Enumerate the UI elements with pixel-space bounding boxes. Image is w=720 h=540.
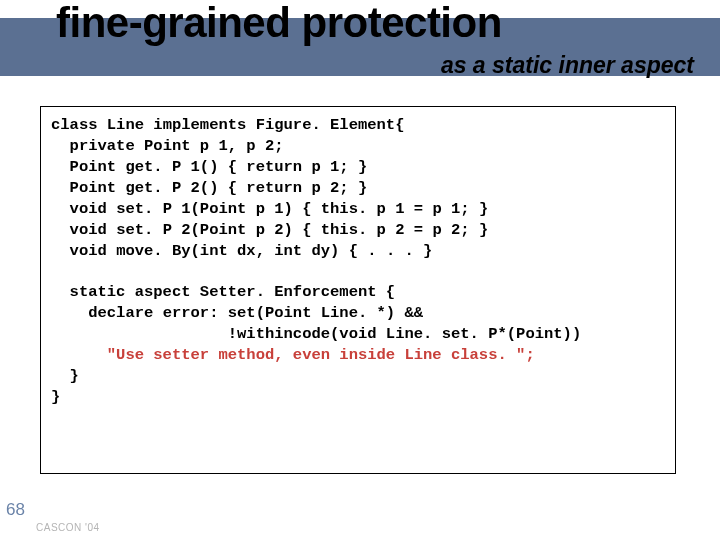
code-text: . p 2 = p 2; } — [358, 221, 488, 239]
slide-title: fine-grained protection — [56, 2, 706, 44]
kw-this: this — [321, 200, 358, 218]
kw-this: this — [321, 221, 358, 239]
kw-int: int — [200, 242, 228, 260]
code-text: p 1; } — [302, 158, 367, 176]
code-text: move. By( — [107, 242, 200, 260]
code-text: Figure. Element{ — [246, 116, 404, 134]
code-text: Line — [98, 116, 154, 134]
kw-return: return — [246, 179, 302, 197]
kw-void: void — [70, 221, 107, 239]
code-text: } — [51, 388, 60, 406]
kw-static-aspect: static aspect — [70, 283, 191, 301]
footer-conference: CASCON '04 — [36, 522, 100, 533]
code-text: dy) { . . . } — [302, 242, 432, 260]
code-text: } — [70, 367, 79, 385]
code-text: . p 1 = p 1; } — [358, 200, 488, 218]
code-text: set. P 1(Point p 1) { — [107, 200, 321, 218]
code-text: Point get. P 1() { — [70, 158, 247, 176]
code-text: p 2; } — [302, 179, 367, 197]
code-text: Setter. Enforcement { — [191, 283, 396, 301]
kw-private: private — [70, 137, 135, 155]
kw-void: void — [70, 242, 107, 260]
kw-implements: implements — [153, 116, 246, 134]
code-text: dx, — [228, 242, 275, 260]
title-wrap: fine-grained protection as a static inne… — [56, 2, 706, 44]
code-text: : set(Point Line. *) && — [209, 304, 423, 322]
kw-class: class — [51, 116, 98, 134]
kw-return: return — [246, 158, 302, 176]
slide: fine-grained protection as a static inne… — [0, 0, 720, 540]
kw-declare-error: declare error — [88, 304, 209, 322]
kw-void: void — [70, 200, 107, 218]
slide-subtitle: as a static inner aspect — [441, 52, 694, 79]
page-number: 68 — [6, 500, 25, 520]
error-string: "Use setter method, even inside Line cla… — [107, 346, 535, 364]
kw-int: int — [274, 242, 302, 260]
code-text: !withincode(void Line. set. P*(Point)) — [228, 325, 581, 343]
code-text: set. P 2(Point p 2) { — [107, 221, 321, 239]
code-block: class Line implements Figure. Element{ p… — [40, 106, 676, 474]
code-text: Point get. P 2() { — [70, 179, 247, 197]
code-text: Point p 1, p 2; — [135, 137, 284, 155]
